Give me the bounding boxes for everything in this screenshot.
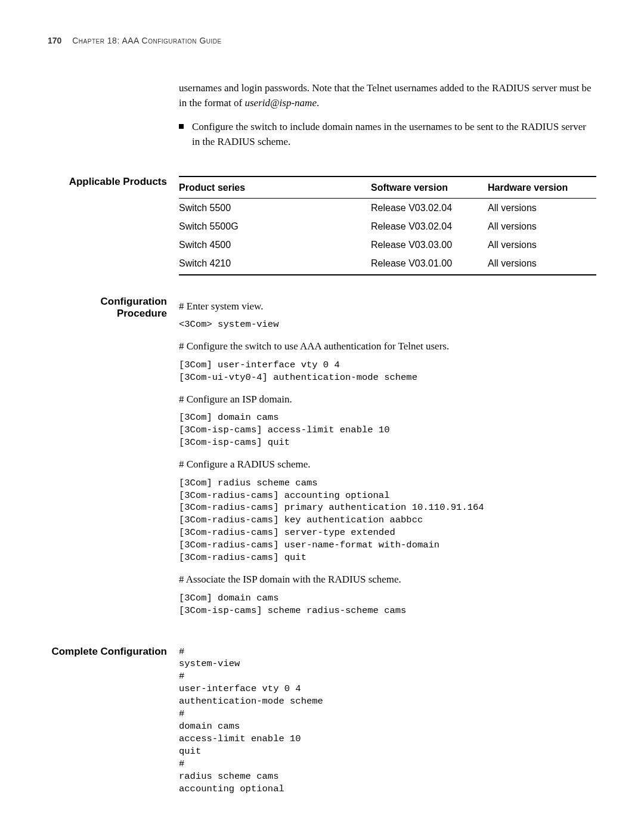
intro-paragraph: usernames and login passwords. Note that…: [179, 81, 596, 110]
step-text: # Enter system view.: [179, 299, 596, 314]
applicable-products-block: Applicable Products Product series Softw…: [48, 176, 596, 275]
cell-hardware: All versions: [488, 217, 596, 236]
cell-software: Release V03.02.04: [371, 198, 488, 217]
complete-config-content: # system-view # user-interface vty 0 4 a…: [179, 646, 596, 804]
cell-software: Release V03.03.00: [371, 236, 488, 254]
intro-text-c: .: [317, 97, 319, 109]
table-header-row: Product series Software version Hardware…: [179, 176, 596, 199]
intro-text-italic: userid@isp-name: [244, 97, 316, 109]
cell-hardware: All versions: [488, 198, 596, 217]
cell-product: Switch 5500: [179, 198, 371, 217]
intro-bullet-row: Configure the switch to include domain n…: [179, 120, 596, 149]
cell-hardware: All versions: [488, 236, 596, 254]
step-text: # Configure the switch to use AAA authen…: [179, 339, 596, 354]
table-row: Switch 4500 Release V03.03.00 All versio…: [179, 236, 596, 254]
intro-right: usernames and login passwords. Note that…: [179, 81, 596, 156]
command-block: [3Com] domain cams [3Com-isp-cams] acces…: [179, 411, 596, 449]
intro-bullet-text: Configure the switch to include domain n…: [192, 120, 596, 149]
cell-product: Switch 5500G: [179, 217, 371, 236]
command-block: [3Com] user-interface vty 0 4 [3Com-ui-v…: [179, 359, 596, 384]
th-hardware: Hardware version: [488, 176, 596, 199]
config-procedure-label: Configuration Procedure: [48, 296, 179, 320]
cell-product: Switch 4210: [179, 254, 371, 274]
th-software: Software version: [371, 176, 488, 199]
intro-block: usernames and login passwords. Note that…: [48, 81, 596, 156]
table-row: Switch 5500 Release V03.02.04 All versio…: [179, 198, 596, 217]
cell-software: Release V03.01.00: [371, 254, 488, 274]
page-container: 170 Chapter 18: AAA Configuration Guide …: [0, 0, 644, 833]
step-text: # Configure a RADIUS scheme.: [179, 457, 596, 472]
chapter-label: Chapter 18: AAA Configuration Guide: [72, 36, 221, 45]
intro-text-a: usernames and login passwords. Note that…: [179, 82, 592, 109]
config-procedure-content: # Enter system view. <3Com> system-view …: [179, 296, 596, 625]
command-block: [3Com] radius scheme cams [3Com-radius-c…: [179, 477, 596, 564]
complete-config-block: Complete Configuration # system-view # u…: [48, 646, 596, 804]
step-text: # Associate the ISP domain with the RADI…: [179, 572, 596, 587]
step-text: # Configure an ISP domain.: [179, 392, 596, 407]
page-number: 170: [48, 36, 61, 45]
th-product: Product series: [179, 176, 371, 199]
command-block: # system-view # user-interface vty 0 4 a…: [179, 646, 596, 795]
command-block: <3Com> system-view: [179, 318, 596, 331]
applicable-products-content: Product series Software version Hardware…: [179, 176, 596, 275]
products-table: Product series Software version Hardware…: [179, 176, 596, 275]
square-bullet-icon: [179, 124, 184, 129]
cell-software: Release V03.02.04: [371, 217, 488, 236]
table-row: Switch 5500G Release V03.02.04 All versi…: [179, 217, 596, 236]
command-block: [3Com] domain cams [3Com-isp-cams] schem…: [179, 592, 596, 617]
page-header: 170 Chapter 18: AAA Configuration Guide: [48, 36, 596, 45]
table-row: Switch 4210 Release V03.01.00 All versio…: [179, 254, 596, 274]
complete-config-label: Complete Configuration: [48, 646, 179, 658]
applicable-products-label: Applicable Products: [48, 176, 179, 188]
cell-product: Switch 4500: [179, 236, 371, 254]
cell-hardware: All versions: [488, 254, 596, 274]
config-procedure-block: Configuration Procedure # Enter system v…: [48, 296, 596, 625]
